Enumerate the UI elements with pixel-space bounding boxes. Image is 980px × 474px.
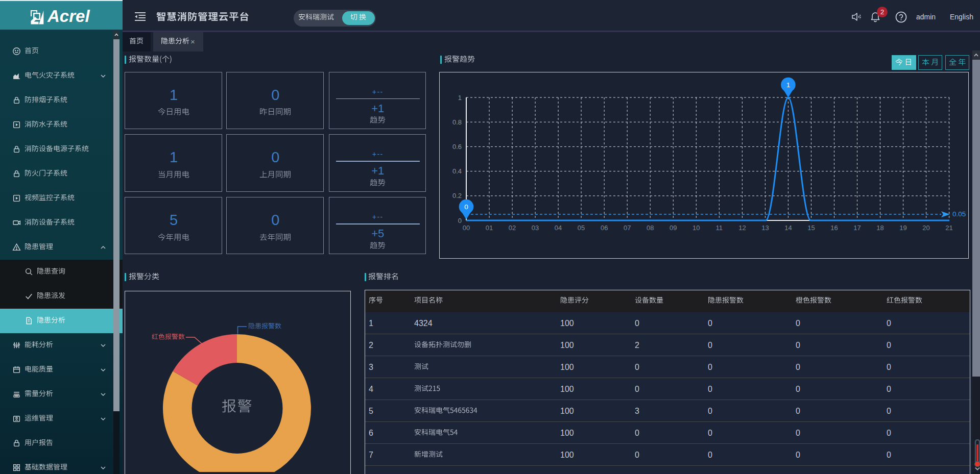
- svg-text:08: 08: [647, 224, 654, 232]
- svg-text:0.2: 0.2: [452, 192, 462, 199]
- svg-text:0.05: 0.05: [952, 210, 966, 218]
- svg-text:0.6: 0.6: [452, 143, 462, 151]
- svg-text:01: 01: [486, 224, 493, 232]
- svg-text:18: 18: [876, 224, 883, 232]
- svg-text:05: 05: [578, 224, 585, 232]
- svg-text:07: 07: [624, 224, 631, 232]
- svg-text:16: 16: [830, 224, 838, 232]
- svg-text:1: 1: [786, 81, 791, 89]
- svg-text:13: 13: [761, 224, 769, 232]
- svg-text:04: 04: [555, 224, 562, 232]
- svg-text:21: 21: [945, 224, 952, 232]
- svg-text:0: 0: [464, 203, 468, 211]
- svg-text:14: 14: [784, 224, 792, 232]
- svg-text:1: 1: [458, 94, 462, 102]
- svg-text:06: 06: [601, 224, 608, 232]
- svg-text:10: 10: [692, 224, 700, 232]
- svg-text:15: 15: [807, 224, 815, 232]
- svg-text:11: 11: [716, 224, 723, 232]
- svg-text:12: 12: [738, 224, 746, 232]
- svg-text:0: 0: [458, 217, 462, 224]
- svg-text:00: 00: [463, 224, 470, 232]
- svg-text:17: 17: [853, 224, 861, 232]
- svg-text:0.4: 0.4: [452, 167, 462, 175]
- svg-text:19: 19: [899, 224, 906, 232]
- svg-text:02: 02: [509, 224, 516, 232]
- svg-text:20: 20: [922, 224, 929, 232]
- svg-text:09: 09: [670, 224, 677, 232]
- svg-text:03: 03: [532, 224, 539, 232]
- svg-text:0.8: 0.8: [452, 118, 462, 126]
